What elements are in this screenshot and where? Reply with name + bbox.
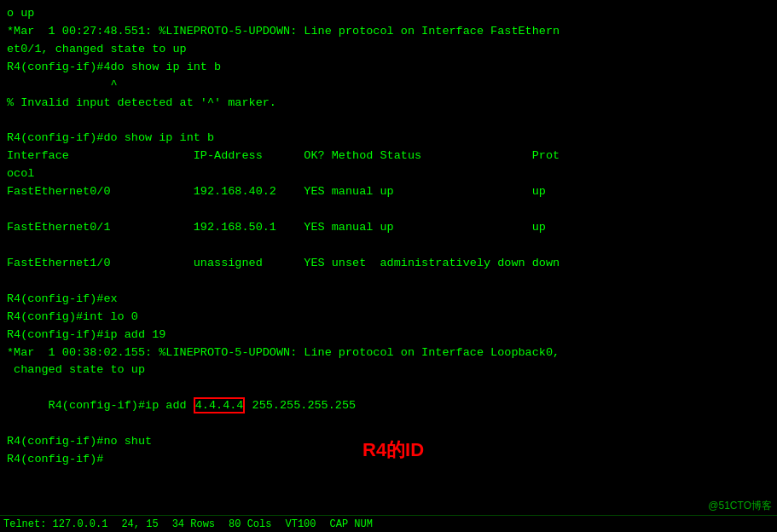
statusbar-term: VT100 [285,518,316,530]
line-2: *Mar 1 00:27:48.551: %LINEPROTO-5-UPDOWN… [7,23,770,41]
line-20-mar: *Mar 1 00:38:02.155: %LINEPROTO-5-UPDOWN… [7,344,770,362]
line-10-header-cont: ocol [7,165,770,183]
terminal-output: o up *Mar 1 00:27:48.551: %LINEPROTO-5-U… [7,5,770,469]
ipadd-prefix: R4(config-if)#ip add [49,399,194,412]
highlighted-ip: 4.4.4.4 [194,397,246,413]
statusbar-coords: 24, 15 [121,518,158,530]
line-17-ex: R4(config-if)#ex [7,291,770,309]
line-1: o up [7,5,770,23]
line-16-blank [7,273,770,291]
line-19-ipadd19: R4(config-if)#ip add 19 [7,327,770,344]
statusbar-cols: 80 Cols [229,518,271,530]
line-14-blank [7,237,770,255]
line-15-fe10: FastEthernet1/0 unassigned YES unset adm… [7,255,770,273]
annotation-r4id: R4的ID [362,437,424,463]
line-7 [7,113,770,130]
terminal-window: o up *Mar 1 00:27:48.551: %LINEPROTO-5-U… [0,0,777,532]
statusbar: Telnet: 127.0.0.1 24, 15 34 Rows 80 Cols… [0,515,777,532]
ipadd-suffix: 255.255.255.255 [245,399,356,412]
line-22-ipadd: R4(config-if)#ip add 4.4.4.4 255.255.255… [7,379,770,433]
line-5: ^ [7,77,770,95]
line-6: % Invalid input detected at '^' marker. [7,95,770,113]
line-13-fe01: FastEthernet0/1 192.168.50.1 YES manual … [7,219,770,237]
line-18-int: R4(config)#int lo 0 [7,309,770,327]
statusbar-rows: 34 Rows [172,518,215,530]
line-21-state: changed state to up [7,361,770,379]
line-8: R4(config-if)#do show ip int b [7,130,770,147]
watermark: @51CTO博客 [708,499,772,513]
line-3: et0/1, changed state to up [7,41,770,59]
line-4: R4(config-if)#4do show ip int b [7,59,770,77]
statusbar-cap: CAP NUM [330,518,373,530]
line-12-blank [7,201,770,219]
line-9-header: Interface IP-Address OK? Method Status P… [7,147,770,165]
line-11-fe00: FastEthernet0/0 192.168.40.2 YES manual … [7,183,770,201]
statusbar-telnet: Telnet: 127.0.0.1 [3,518,107,530]
